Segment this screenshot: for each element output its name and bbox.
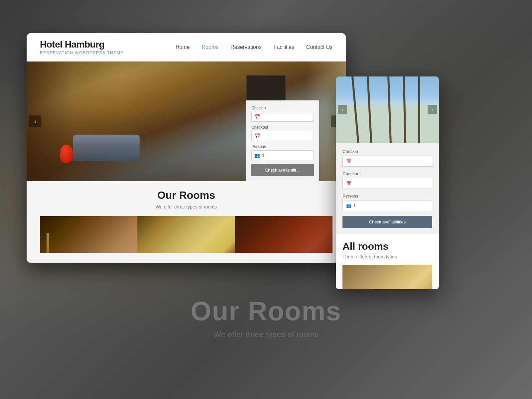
site-subtitle: Reservation WordPress Theme — [40, 51, 124, 55]
bg-rooms-subtitle: We offer three types of rooms — [0, 330, 532, 339]
room-thumb-2[interactable] — [137, 216, 235, 253]
popup-checkout-label: Checkout — [342, 171, 432, 176]
popup-room-thumb[interactable] — [342, 265, 432, 289]
room-thumb-1[interactable] — [40, 216, 137, 253]
room-thumb-3[interactable] — [235, 216, 332, 253]
persons-value: 1 — [262, 153, 264, 158]
checkin-input[interactable]: 📅 — [251, 112, 314, 122]
hero-slider: ‹ › Checkin 📅 Checkout 📅 Persons 👥 1 Che… — [27, 62, 346, 181]
checkin-label: Checkin — [251, 106, 314, 110]
rooms-section-subtitle: We offer three types of rooms — [40, 204, 332, 209]
background-text-layer: Our Rooms We offer three types of rooms — [0, 296, 532, 339]
pergola-scene — [336, 76, 439, 143]
nav-contact-us[interactable]: Contact Us — [306, 44, 332, 50]
beam-5 — [418, 76, 420, 143]
popup-checkout-icon: 📅 — [346, 181, 351, 186]
popup-slider-prev-button[interactable]: ‹ — [338, 105, 347, 114]
persons-label: Persons — [251, 144, 314, 149]
popup-slider-image — [336, 76, 439, 143]
popup-persons-input[interactable]: 👥 1 — [342, 200, 432, 211]
check-availability-button[interactable]: Check availabilit… — [251, 164, 314, 176]
popup-rooms-subtitle: Three different room types — [342, 254, 432, 259]
site-logo: Hotel Hamburg Reservation WordPress Them… — [40, 39, 124, 55]
site-title: Hotel Hamburg — [40, 39, 124, 50]
popup-checkin-icon: 📅 — [346, 159, 351, 164]
popup-checkout-input[interactable]: 📅 — [342, 178, 432, 189]
rooms-section-title: Our Rooms — [40, 189, 332, 201]
checkout-input[interactable]: 📅 — [251, 131, 314, 141]
persons-icon: 👥 — [254, 153, 260, 158]
persons-input[interactable]: 👥 1 — [251, 150, 314, 160]
popup-slider: ‹ › — [336, 76, 439, 143]
site-header: Hotel Hamburg Reservation WordPress Them… — [27, 33, 346, 62]
popup-checkin-input[interactable]: 📅 — [342, 156, 432, 167]
slider-prev-button[interactable]: ‹ — [29, 115, 41, 127]
nav-reservations[interactable]: Reservations — [230, 44, 261, 50]
checkout-label: Checkout — [251, 125, 314, 130]
sofa-decoration — [73, 135, 140, 161]
popup-persons-label: Persons — [342, 194, 432, 199]
checkin-calendar-icon: 📅 — [254, 114, 260, 119]
popup-checkin-label: Checkin — [342, 149, 432, 154]
nav-home[interactable]: Home — [176, 44, 190, 50]
rooms-section: Our Rooms We offer three types of rooms — [27, 181, 346, 259]
bg-rooms-title: Our Rooms — [0, 296, 532, 327]
nav-facilities[interactable]: Facilities — [274, 44, 294, 50]
popup-availability-form: Checkin 📅 Checkout 📅 Persons 👥 1 Check a… — [336, 143, 439, 234]
checkout-calendar-icon: 📅 — [254, 133, 260, 139]
popup-rooms-section: All rooms Three different room types — [336, 234, 439, 289]
thumb-lamp-1 — [47, 233, 49, 253]
popup-rooms-title: All rooms — [342, 241, 432, 252]
availability-form: Checkin 📅 Checkout 📅 Persons 👥 1 Check a… — [246, 100, 319, 181]
rooms-grid — [40, 216, 332, 253]
nav-rooms[interactable]: Rooms — [202, 44, 219, 50]
popup-check-availability-button[interactable]: Check availabilities — [342, 216, 432, 228]
popup-persons-icon: 👥 — [346, 203, 351, 208]
popup-window: ‹ › Checkin 📅 Checkout 📅 Persons 👥 1 Che… — [336, 76, 439, 289]
popup-room-thumb-scene — [342, 265, 432, 289]
site-nav: Home Rooms Reservations Facilities Conta… — [176, 44, 332, 50]
tv-decoration — [246, 75, 286, 101]
main-browser-window: Hotel Hamburg Reservation WordPress Them… — [27, 33, 346, 263]
vase-decoration — [60, 145, 73, 163]
popup-slider-next-button[interactable]: › — [428, 105, 437, 114]
popup-persons-value: 1 — [353, 203, 356, 208]
